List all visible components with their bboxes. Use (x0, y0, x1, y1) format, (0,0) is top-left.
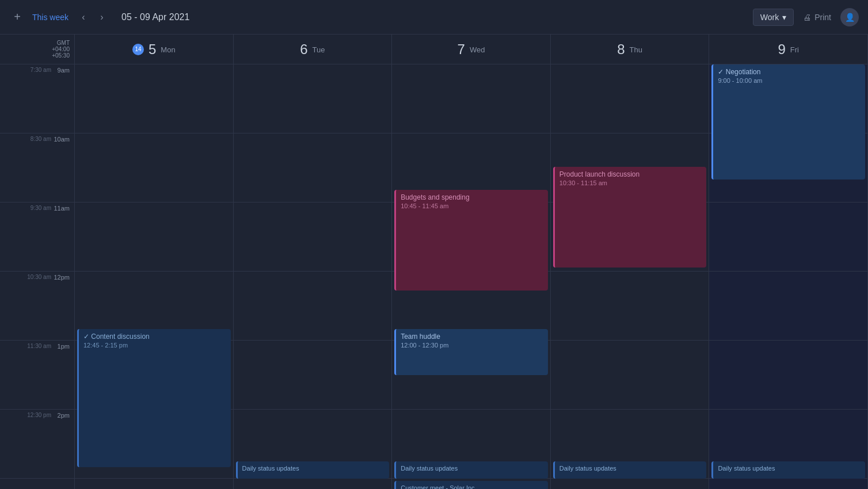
time-secondary-6: 12:30 pm (27, 412, 51, 418)
day-headers: GMT +04:00 +05:30 14 5 Mon 6 Tue 7 Wed 8… (0, 35, 868, 64)
header: + This week ‹ › 05 - 09 Apr 2021 Work ▾ … (0, 0, 868, 35)
day-name-mon: Mon (161, 45, 175, 54)
print-icon: 🖨 (803, 13, 811, 22)
event-title: Budgets and spending (401, 193, 543, 201)
time-gutter: 7:30 am 9am 8:30 am 10am 9:30 am 11am 10… (0, 64, 75, 489)
print-button[interactable]: 🖨 Print (803, 13, 831, 22)
day-col-tue: Daily status updates (234, 64, 393, 489)
gmt-header: GMT +04:00 +05:30 (0, 35, 75, 64)
event-title: Daily status updates (718, 465, 861, 472)
time-secondary-5: 11:30 am (27, 343, 51, 349)
event-daily-status-thu[interactable]: Daily status updates (553, 461, 707, 479)
header-right: Work ▾ 🖨 Print 👤 (753, 8, 859, 26)
day-header-fri: 14 5 Mon (75, 35, 234, 64)
time-secondary-3: 9:30 am (31, 205, 51, 211)
time-slot-1pm: 11:30 am 1pm (0, 341, 74, 410)
header-left: + This week ‹ › 05 - 09 Apr 2021 (9, 9, 753, 25)
time-primary-4: 12pm (54, 274, 70, 281)
time-primary-6: 2pm (58, 412, 70, 419)
day-header-thu: 8 Thu (551, 35, 710, 64)
event-time: 10:30 - 11:15 am (559, 179, 702, 186)
calendar: GMT +04:00 +05:30 14 5 Mon 6 Tue 7 Wed 8… (0, 35, 868, 489)
day-number-9: 9 (778, 41, 785, 58)
event-team-huddle[interactable]: Team huddle 12:00 - 12:30 pm (394, 329, 548, 375)
view-label: Work (760, 13, 779, 22)
profile-button[interactable]: 👤 (840, 8, 859, 26)
this-week-button[interactable]: This week (32, 13, 68, 22)
event-title: ✓ Negotiation (718, 68, 861, 76)
gmt-offset1: +04:00 (52, 46, 70, 52)
add-event-button[interactable]: + (9, 9, 25, 25)
event-budgets-spending[interactable]: Budgets and spending 10:45 - 11:45 am (394, 190, 548, 291)
time-secondary-1: 7:30 am (31, 67, 51, 73)
event-product-launch[interactable]: Product launch discussion 10:30 - 11:15 … (553, 167, 707, 268)
day-col-wed: Budgets and spending 10:45 - 11:45 am Te… (392, 64, 551, 489)
day-number-8: 8 (617, 41, 625, 58)
event-title: Product launch discussion (559, 170, 702, 178)
day-number-6: 6 (300, 41, 307, 58)
event-negotiation[interactable]: ✓ Negotiation 9:00 - 10:00 am (711, 64, 865, 179)
event-time: 10:45 - 11:45 am (401, 203, 543, 209)
day-columns: ✓ Content discussion 12:45 - 2:15 pm Dai… (75, 64, 868, 489)
time-primary-2: 10am (54, 136, 70, 143)
event-daily-status-fri[interactable]: Daily status updates (711, 461, 865, 479)
time-slot-12pm: 10:30 am 12pm (0, 272, 74, 341)
day-number-7: 7 (458, 41, 465, 58)
day-col-mon: ✓ Content discussion 12:45 - 2:15 pm (75, 64, 234, 489)
time-secondary-2: 8:30 am (31, 136, 51, 142)
event-time: 12:00 - 12:30 pm (401, 342, 543, 349)
nav-arrows: ‹ › (75, 9, 110, 25)
date-range: 05 - 09 Apr 2021 (121, 12, 189, 22)
event-daily-status-wed[interactable]: Daily status updates (394, 461, 548, 479)
day-name-thu: Thu (630, 45, 642, 54)
event-daily-status-tue[interactable]: Daily status updates (236, 461, 390, 479)
print-label: Print (814, 13, 831, 22)
event-time: 9:00 - 10:00 am (718, 77, 861, 84)
day-number-5: 5 (149, 41, 156, 58)
time-slot-2pm: 12:30 pm 2pm (0, 410, 74, 479)
time-slot-11am: 9:30 am 11am (0, 203, 74, 272)
day-name-tue: Tue (313, 45, 325, 54)
time-primary-5: 1pm (58, 343, 70, 350)
gmt-offset2: +05:30 (52, 52, 70, 59)
prev-week-button[interactable]: ‹ (75, 9, 92, 25)
day-header-tue: 6 Tue (234, 35, 393, 64)
day-col-thu: Product launch discussion 10:30 - 11:15 … (551, 64, 710, 489)
day-col-fri: ✓ Negotiation 9:00 - 10:00 am Daily stat… (709, 64, 868, 489)
event-time: 12:45 - 2:15 pm (83, 342, 226, 349)
event-title: Daily status updates (401, 465, 543, 472)
day-badge-14: 14 (132, 44, 144, 55)
day-header-wed: 7 Wed (392, 35, 551, 64)
day-name-fri: Fri (790, 45, 799, 54)
event-title: Customer meet - Solar Inc (401, 484, 543, 489)
event-title: Daily status updates (559, 465, 702, 472)
day-name-wed: Wed (470, 45, 485, 54)
person-icon: 👤 (845, 13, 855, 22)
chevron-down-icon: ▾ (782, 13, 786, 22)
view-selector[interactable]: Work ▾ (753, 9, 794, 26)
day-header-fri2: 9 Fri (709, 35, 868, 64)
time-slot-9am: 7:30 am 9am (0, 64, 74, 133)
event-content-discussion[interactable]: ✓ Content discussion 12:45 - 2:15 pm (77, 329, 231, 467)
event-customer-meet[interactable]: Customer meet - Solar Inc (394, 481, 548, 489)
time-primary-1: 9am (58, 67, 70, 74)
time-primary-3: 11am (54, 205, 70, 212)
event-title: Daily status updates (242, 465, 385, 472)
gmt-label: GMT (57, 40, 70, 46)
next-week-button[interactable]: › (94, 9, 110, 25)
event-title: ✓ Content discussion (83, 333, 226, 341)
time-secondary-4: 10:30 am (27, 274, 51, 280)
time-slot-10am: 8:30 am 10am (0, 133, 74, 203)
event-title: Team huddle (401, 333, 543, 341)
calendar-body: 7:30 am 9am 8:30 am 10am 9:30 am 11am 10… (0, 64, 868, 489)
